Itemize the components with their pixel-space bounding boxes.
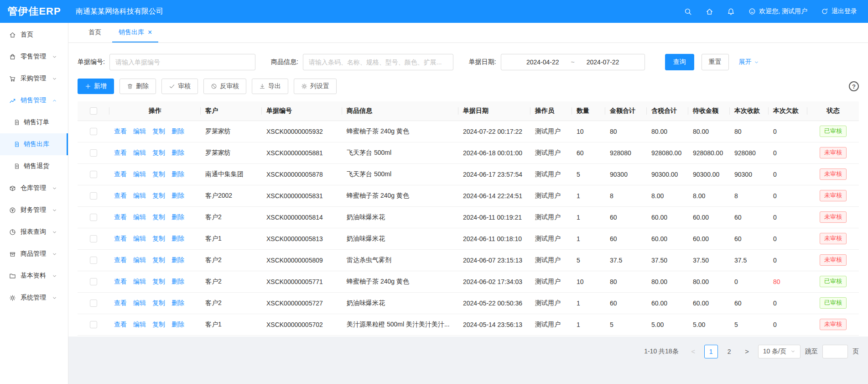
view-link[interactable]: 查看	[114, 192, 127, 199]
row-checkbox[interactable]	[90, 257, 97, 264]
view-link[interactable]: 查看	[114, 213, 127, 221]
edit-link[interactable]: 编辑	[133, 256, 146, 263]
audit-button[interactable]: 审核	[161, 79, 198, 94]
product-cell: 飞天茅台 500ml	[342, 163, 458, 185]
view-link[interactable]: 查看	[114, 170, 127, 178]
delete-link[interactable]: 删除	[172, 127, 184, 135]
row-checkbox[interactable]	[90, 235, 97, 242]
delete-link[interactable]: 删除	[172, 299, 184, 306]
sidebar-item-report[interactable]: 报表查询	[0, 221, 68, 243]
bell-icon[interactable]	[727, 8, 735, 16]
sidebar-item-warehouse[interactable]: 仓库管理	[0, 177, 68, 199]
prev-page-button[interactable]: <	[687, 345, 700, 358]
view-link[interactable]: 查看	[114, 299, 127, 306]
row-checkbox[interactable]	[90, 300, 97, 307]
sidebar-item-label: 销售订单	[24, 118, 49, 126]
delete-link[interactable]: 删除	[172, 213, 184, 221]
row-checkbox[interactable]	[90, 171, 97, 178]
edit-link[interactable]: 编辑	[133, 235, 146, 242]
row-checkbox[interactable]	[90, 321, 97, 328]
copy-link[interactable]: 复制	[152, 299, 165, 306]
delete-link[interactable]: 删除	[172, 170, 184, 178]
copy-link[interactable]: 复制	[152, 127, 165, 135]
copy-link[interactable]: 复制	[152, 321, 165, 328]
view-link[interactable]: 查看	[114, 149, 127, 156]
sidebar-item-sales-return[interactable]: 销售退货	[0, 155, 68, 177]
reset-button[interactable]: 重置	[702, 54, 729, 70]
date-range-picker[interactable]: 2024-04-22 ~ 2024-07-22	[501, 54, 645, 70]
logout-button[interactable]: 退出登录	[821, 7, 857, 16]
date-to-value[interactable]: 2024-07-22	[587, 58, 619, 66]
sidebar-item-system[interactable]: 系统管理	[0, 287, 68, 309]
view-link[interactable]: 查看	[114, 278, 127, 285]
edit-link[interactable]: 编辑	[133, 213, 146, 221]
tab-sales-outbound[interactable]: 销售出库×	[112, 23, 158, 42]
shop-icon	[9, 53, 16, 60]
home-icon[interactable]	[706, 8, 713, 16]
delete-link[interactable]: 删除	[172, 256, 184, 263]
tab-home[interactable]: 首页	[82, 23, 108, 42]
copy-link[interactable]: 复制	[152, 278, 165, 285]
copy-link[interactable]: 复制	[152, 149, 165, 156]
row-checkbox[interactable]	[90, 149, 97, 157]
edit-link[interactable]: 编辑	[133, 321, 146, 328]
view-link[interactable]: 查看	[114, 321, 127, 328]
edit-link[interactable]: 编辑	[133, 149, 146, 156]
help-icon[interactable]: ?	[849, 81, 859, 91]
search-icon[interactable]	[684, 8, 692, 16]
row-checkbox[interactable]	[90, 192, 97, 200]
edit-link[interactable]: 编辑	[133, 127, 146, 135]
sidebar-item-sales[interactable]: 销售管理	[0, 89, 68, 111]
delete-link[interactable]: 删除	[172, 321, 184, 328]
copy-link[interactable]: 复制	[152, 192, 165, 199]
select-all-checkbox[interactable]	[90, 107, 97, 115]
copy-link[interactable]: 复制	[152, 170, 165, 178]
checkbox-cell	[78, 185, 109, 206]
expand-filters-toggle[interactable]: 展开	[739, 58, 759, 66]
search-button[interactable]: 查询	[665, 54, 694, 70]
delete-button[interactable]: 删除	[120, 79, 156, 94]
edit-link[interactable]: 编辑	[133, 278, 146, 285]
row-checkbox[interactable]	[90, 278, 97, 285]
date-cell: 2024-06-17 23:57:54	[458, 163, 530, 185]
column-header: 本次欠款	[769, 101, 807, 121]
sidebar-item-home[interactable]: 首页	[0, 24, 68, 46]
delete-link[interactable]: 删除	[172, 278, 184, 285]
add-button[interactable]: 新增	[78, 79, 114, 94]
date-from-value[interactable]: 2024-04-22	[526, 58, 559, 66]
copy-link[interactable]: 复制	[152, 213, 165, 221]
tax-total-cell: 8.00	[647, 185, 688, 206]
row-checkbox[interactable]	[90, 214, 97, 221]
view-link[interactable]: 查看	[114, 235, 127, 242]
delete-link[interactable]: 删除	[172, 235, 184, 242]
sidebar-item-sales-outbound[interactable]: 销售出库	[0, 133, 68, 155]
sidebar-item-basic[interactable]: 基本资料	[0, 265, 68, 287]
row-checkbox[interactable]	[90, 128, 97, 135]
sidebar-item-product[interactable]: 商品管理	[0, 243, 68, 265]
close-icon[interactable]: ×	[148, 29, 152, 36]
view-link[interactable]: 查看	[114, 256, 127, 263]
product-info-input[interactable]	[303, 54, 453, 70]
sidebar-item-finance[interactable]: 财务管理	[0, 199, 68, 221]
page-size-select[interactable]: 10 条/页	[758, 345, 800, 358]
column-settings-button[interactable]: 列设置	[294, 79, 337, 94]
welcome-user[interactable]: 欢迎您, 测试用户	[748, 7, 807, 16]
jump-to-input[interactable]	[822, 345, 848, 358]
sidebar-item-retail[interactable]: 零售管理	[0, 46, 68, 68]
export-button[interactable]: 导出	[252, 79, 288, 94]
sidebar-item-sales-order[interactable]: 销售订单	[0, 111, 68, 133]
page-number-1[interactable]: 1	[704, 345, 718, 358]
bill-no-input[interactable]	[109, 54, 255, 70]
view-link[interactable]: 查看	[114, 127, 127, 135]
sidebar-item-purchase[interactable]: 采购管理	[0, 68, 68, 89]
unaudit-button[interactable]: 反审核	[203, 79, 246, 94]
edit-link[interactable]: 编辑	[133, 170, 146, 178]
delete-link[interactable]: 删除	[172, 149, 184, 156]
delete-link[interactable]: 删除	[172, 192, 184, 199]
next-page-button[interactable]: >	[741, 345, 754, 358]
copy-link[interactable]: 复制	[152, 256, 165, 263]
page-number-2[interactable]: 2	[722, 345, 736, 358]
edit-link[interactable]: 编辑	[133, 299, 146, 306]
copy-link[interactable]: 复制	[152, 235, 165, 242]
edit-link[interactable]: 编辑	[133, 192, 146, 199]
